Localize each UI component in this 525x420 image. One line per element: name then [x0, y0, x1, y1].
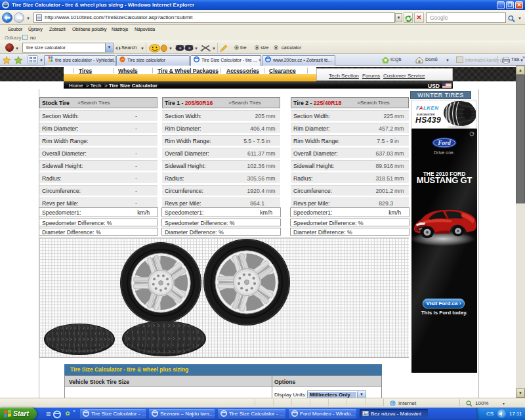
svg-text:Ford: Ford	[437, 140, 451, 146]
